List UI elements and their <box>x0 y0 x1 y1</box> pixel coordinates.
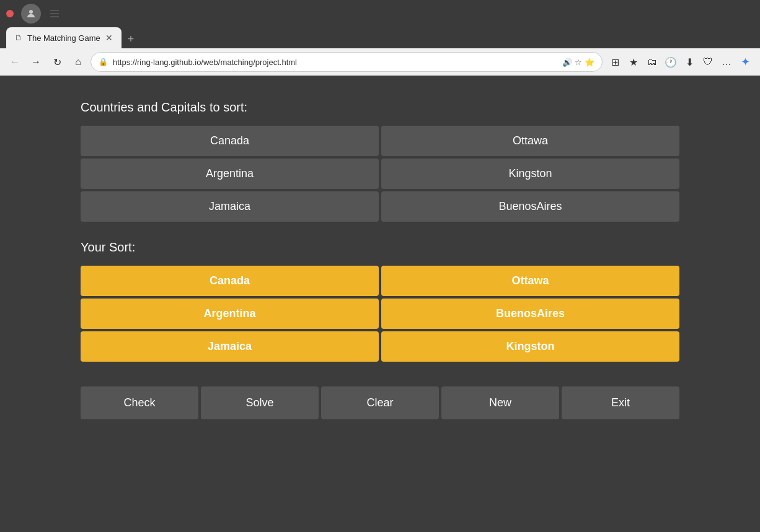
svg-rect-1 <box>50 10 59 11</box>
user-sort-section: Your Sort: Canada Ottawa Argentina Bueno… <box>81 240 679 362</box>
add-to-favorites-icon[interactable]: ⭐ <box>585 58 594 67</box>
given-right-0[interactable]: Ottawa <box>381 126 679 156</box>
given-left-2[interactable]: Jamaica <box>81 191 379 222</box>
svg-point-0 <box>29 10 33 14</box>
copilot-btn[interactable]: ✦ <box>736 53 754 71</box>
tab-page-icon: 🗋 <box>15 33 22 42</box>
read-aloud-icon[interactable]: 🔊 <box>562 58 572 67</box>
new-button[interactable]: New <box>441 386 559 419</box>
active-tab[interactable]: 🗋 The Matching Game ✕ <box>6 27 122 48</box>
clear-button[interactable]: Clear <box>321 386 439 419</box>
back-button[interactable]: ← <box>6 53 24 71</box>
home-button[interactable]: ⌂ <box>69 53 87 71</box>
browser-chrome: 🗋 The Matching Game ✕ + ← → ↻ ⌂ 🔒 https:… <box>0 0 760 76</box>
window-controls <box>6 10 14 17</box>
action-buttons: Check Solve Clear New Exit <box>81 386 679 419</box>
given-right-2[interactable]: BuenosAires <box>381 191 679 222</box>
tab-close-btn[interactable]: ✕ <box>105 33 113 42</box>
refresh-button[interactable]: ↻ <box>48 53 66 71</box>
sidebar-toggle[interactable] <box>46 5 63 22</box>
tab-bar: 🗋 The Matching Game ✕ + <box>0 27 760 48</box>
solve-button[interactable]: Solve <box>201 386 319 419</box>
collections-btn[interactable]: 🗂 <box>643 53 661 71</box>
address-bar-icons: 🔊 ☆ ⭐ <box>562 58 594 67</box>
given-pairs-grid: Canada Ottawa Argentina Kingston Jamaica… <box>81 126 679 222</box>
nav-bar: ← → ↻ ⌂ 🔒 https://ring-lang.github.io/we… <box>0 48 760 76</box>
user-left-2[interactable]: Jamaica <box>81 331 379 362</box>
user-right-1[interactable]: BuenosAires <box>381 299 679 329</box>
exit-button[interactable]: Exit <box>562 386 679 419</box>
svg-rect-3 <box>50 16 59 17</box>
svg-rect-2 <box>50 13 59 14</box>
tab-title: The Matching Game <box>27 33 100 43</box>
user-pairs-grid: Canada Ottawa Argentina BuenosAires Jama… <box>81 266 679 362</box>
profile-avatar[interactable] <box>21 4 41 24</box>
user-right-2[interactable]: Kingston <box>381 331 679 362</box>
given-left-0[interactable]: Canada <box>81 126 379 156</box>
lock-icon: 🔒 <box>99 58 108 66</box>
favorites-btn[interactable]: ★ <box>625 53 642 71</box>
history-btn[interactable]: 🕐 <box>662 53 679 71</box>
given-right-1[interactable]: Kingston <box>381 159 679 189</box>
user-left-0[interactable]: Canada <box>81 266 379 296</box>
forward-button[interactable]: → <box>27 53 45 71</box>
sort-section-label: Countries and Capitals to sort: <box>81 100 679 115</box>
browser-essentials-btn[interactable]: 🛡 <box>699 53 717 71</box>
user-left-1[interactable]: Argentina <box>81 299 379 329</box>
nav-right-icons: ⊞ ★ 🗂 🕐 ⬇ 🛡 … ✦ <box>606 53 754 71</box>
url-text: https://ring-lang.github.io/web/matching… <box>113 58 557 67</box>
more-tools-btn[interactable]: … <box>718 53 735 71</box>
address-bar[interactable]: 🔒 https://ring-lang.github.io/web/matchi… <box>91 52 603 72</box>
new-tab-button[interactable]: + <box>125 30 137 48</box>
check-button[interactable]: Check <box>81 386 198 419</box>
split-screen-btn[interactable]: ⊞ <box>606 53 624 71</box>
close-btn[interactable] <box>6 10 14 17</box>
title-bar <box>0 0 760 27</box>
given-pairs-section: Countries and Capitals to sort: Canada O… <box>81 100 679 222</box>
downloads-btn[interactable]: ⬇ <box>681 53 698 71</box>
user-right-0[interactable]: Ottawa <box>381 266 679 296</box>
given-left-1[interactable]: Argentina <box>81 159 379 189</box>
your-sort-label: Your Sort: <box>81 240 679 255</box>
page-content: Countries and Capitals to sort: Canada O… <box>0 76 760 532</box>
bookmark-icon[interactable]: ☆ <box>575 58 582 67</box>
